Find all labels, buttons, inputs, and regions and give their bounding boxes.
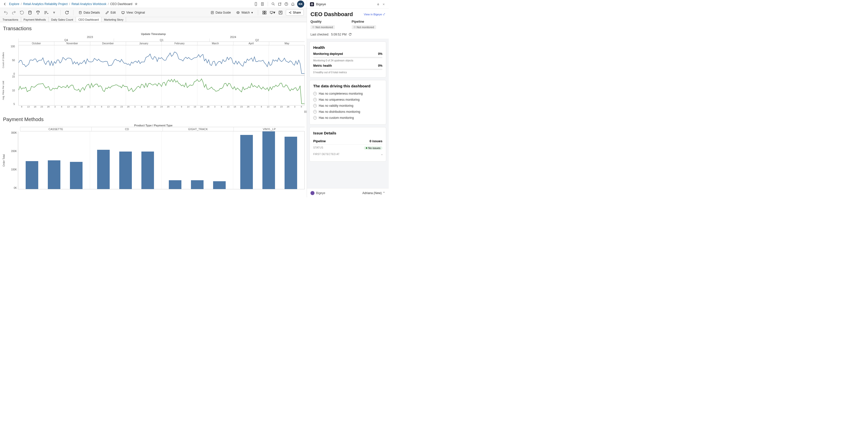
dashboard-body: Transactions Update Timestamp 20232024 Q… <box>0 22 307 197</box>
pipeline-label: Pipeline <box>352 20 385 23</box>
tab-daily-sales-count[interactable]: Daily Sales Count <box>49 17 76 22</box>
section-title-transactions: Transactions <box>3 26 305 31</box>
breadcrumb-project[interactable]: Retail Analytics Reliability Project <box>23 2 68 6</box>
chevron-down-icon[interactable]: ▾ <box>51 10 57 16</box>
bar[interactable] <box>262 132 275 189</box>
data-guide-button[interactable]: Data Guide <box>209 10 232 16</box>
bar[interactable] <box>119 151 132 189</box>
issue-pipeline-label: Pipeline <box>313 139 326 143</box>
view-button[interactable]: View: Original <box>120 10 147 16</box>
footer-user-dropdown[interactable]: Adriana (New)⌃ <box>362 191 385 195</box>
y-axis-label-price: Avg. Price Per Unit <box>2 75 6 106</box>
present-icon[interactable]: ▾ <box>270 10 275 16</box>
bar[interactable] <box>142 151 154 189</box>
redo-icon[interactable] <box>11 10 17 16</box>
user-avatar[interactable]: KK <box>297 0 304 7</box>
transactions-chart[interactable]: Update Timestamp 20232024 Q4Q1Q2 October… <box>2 32 305 116</box>
revert-icon[interactable] <box>19 10 25 16</box>
toolbar-separator <box>60 10 61 16</box>
bar[interactable] <box>48 161 60 189</box>
bar[interactable] <box>213 181 226 189</box>
refresh-icon[interactable] <box>348 33 352 36</box>
view-dropdown-icon[interactable] <box>43 10 49 16</box>
metric-health-label: Metric health <box>313 64 332 67</box>
line-chart-price[interactable] <box>19 75 305 106</box>
close-icon[interactable] <box>382 3 386 6</box>
bar[interactable] <box>97 150 110 189</box>
breadcrumb-workbook[interactable]: Retail Analytics Workbook <box>71 2 106 6</box>
bar[interactable] <box>284 137 297 189</box>
device-icon[interactable] <box>254 2 258 6</box>
view-label: View: Original <box>126 11 145 14</box>
pause-icon[interactable] <box>35 10 41 16</box>
notifications-icon[interactable] <box>290 2 295 6</box>
line-chart-count[interactable] <box>19 45 305 75</box>
breadcrumb-sep: / <box>21 2 22 6</box>
back-icon[interactable] <box>2 2 7 6</box>
bar[interactable] <box>169 180 181 189</box>
pipeline-badge: Not monitored <box>352 25 376 29</box>
watch-button[interactable]: Watch ▾ <box>235 10 254 16</box>
svg-rect-14 <box>265 13 266 14</box>
bar[interactable] <box>70 162 83 189</box>
search-icon[interactable] <box>271 2 276 6</box>
bar-group[interactable] <box>233 132 305 189</box>
tab-ceo-dashboard[interactable]: CEO Dashboard <box>76 17 102 22</box>
svg-rect-11 <box>263 11 264 12</box>
toolbar-separator <box>258 10 258 16</box>
payment-chart[interactable]: Product Type / Payment Type CASSETTECDEI… <box>2 124 305 197</box>
breadcrumb-current: CEO Dashboard <box>110 2 132 6</box>
issue-details-title: Issue Details <box>313 131 382 135</box>
svg-point-7 <box>79 11 81 12</box>
bigeye-panel: Bigeye CEO Dashboard View in Bigeye Qual… <box>307 0 389 197</box>
tab-marketing-story[interactable]: Marketing Story <box>101 17 126 22</box>
svg-rect-12 <box>265 11 266 12</box>
monitoring-item[interactable]: ?Has no completeness monitoring <box>313 91 382 97</box>
header-bar: Explore / Retail Analytics Reliability P… <box>0 0 307 8</box>
progress-bar <box>313 57 382 58</box>
bar-group[interactable] <box>161 132 233 189</box>
monitoring-item[interactable]: ?Has no uniqueness monitoring <box>313 97 382 103</box>
quality-badge: Not monitored <box>310 25 335 29</box>
edit-button[interactable]: Edit <box>104 10 117 16</box>
issue-status-badge: No issues <box>364 146 382 150</box>
bar[interactable] <box>191 180 204 189</box>
refresh-data-icon[interactable] <box>27 10 33 16</box>
svg-point-5 <box>29 11 31 12</box>
monitoring-item[interactable]: ?Has no custom monitoring <box>313 115 382 121</box>
bar-group[interactable] <box>90 132 161 189</box>
svg-point-2 <box>272 2 274 4</box>
issue-first-label: FIRST DETECTED AT <box>313 153 340 156</box>
help-icon[interactable] <box>284 2 288 6</box>
question-icon: ? <box>313 104 317 108</box>
bar-group[interactable] <box>18 132 90 189</box>
issue-details-card: Issue Details Pipeline0 issues STATUSNo … <box>309 127 386 162</box>
edit-label: Edit <box>111 11 116 14</box>
metrics-icon[interactable] <box>262 10 267 16</box>
new-item-icon[interactable] <box>278 2 282 6</box>
share-button[interactable]: Share <box>286 9 304 16</box>
health-card: Health Monitoring deployed0% Monitoring … <box>309 41 386 78</box>
breadcrumb-explore[interactable]: Explore <box>9 2 19 6</box>
resize-handle[interactable]: ▮▮ <box>304 110 307 113</box>
tab-payment-methods[interactable]: Payment Methods <box>21 17 49 22</box>
bar[interactable] <box>26 161 38 189</box>
bar[interactable] <box>240 135 253 189</box>
toolbar-separator <box>73 10 73 16</box>
export-icon[interactable] <box>278 10 283 16</box>
panel-brand: Bigeye <box>316 2 375 6</box>
download-icon[interactable] <box>260 2 265 6</box>
monitoring-item[interactable]: ?Has no validity monitoring <box>313 103 382 109</box>
view-in-bigeye-link[interactable]: View in Bigeye <box>364 13 385 16</box>
monitoring-item[interactable]: ?Has no distributions monitoring <box>313 109 382 115</box>
data-details-label: Data Details <box>84 11 100 14</box>
favorite-star-icon[interactable]: ★ <box>134 1 138 6</box>
panel-header: Bigeye <box>307 0 389 8</box>
undo-icon[interactable] <box>3 10 8 16</box>
pin-icon[interactable] <box>377 3 380 6</box>
data-details-button[interactable]: Data Details <box>77 10 101 16</box>
sheet-tabs: TransactionsPayment MethodsDaily Sales C… <box>0 17 307 22</box>
tab-transactions[interactable]: Transactions <box>0 17 21 22</box>
progress-bar <box>313 69 382 70</box>
refresh-icon[interactable] <box>64 10 70 16</box>
